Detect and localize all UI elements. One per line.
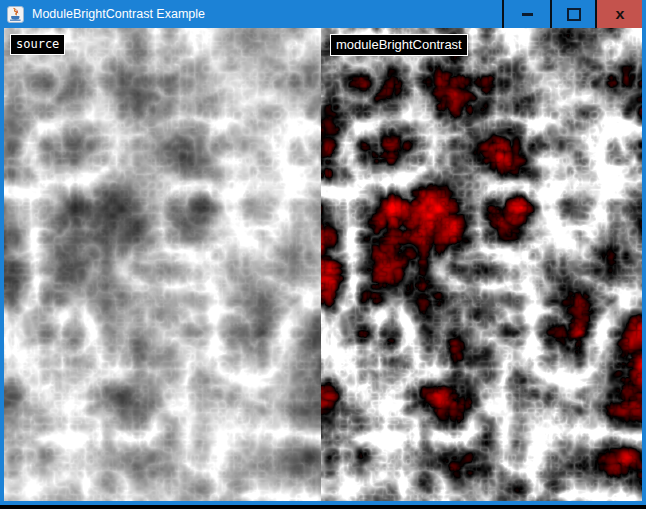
source-noise-image [4, 28, 321, 501]
close-button[interactable]: x [597, 0, 642, 28]
window-content: source moduleBrightContrast [4, 28, 642, 501]
brightcontrast-label: moduleBrightContrast [330, 34, 468, 56]
brightcontrast-noise-image [321, 28, 642, 501]
window-title: ModuleBrightContrast Example [32, 0, 502, 28]
brightcontrast-panel: moduleBrightContrast [321, 28, 642, 501]
app-window: ModuleBrightContrast Example x source [0, 0, 646, 505]
titlebar[interactable]: ModuleBrightContrast Example x [0, 0, 646, 28]
java-coffee-cup-icon[interactable] [7, 6, 24, 23]
source-panel: source [4, 28, 321, 501]
maximize-icon [567, 8, 581, 21]
maximize-button[interactable] [552, 0, 595, 28]
desktop-background: ModuleBrightContrast Example x source [0, 0, 646, 509]
source-label: source [10, 34, 65, 55]
minimize-icon [522, 13, 533, 16]
minimize-button[interactable] [504, 0, 550, 28]
window-controls: x [502, 0, 642, 28]
close-icon: x [615, 7, 624, 21]
